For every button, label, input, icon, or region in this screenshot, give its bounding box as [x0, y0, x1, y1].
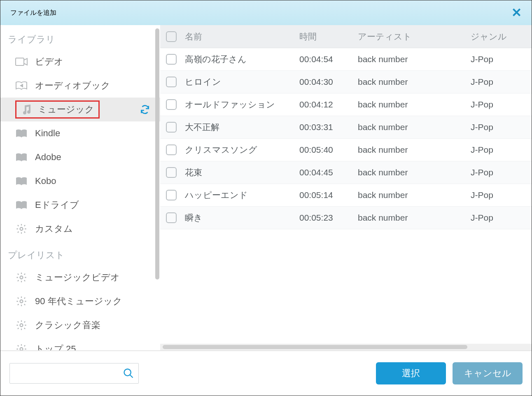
audiobook-icon: [15, 79, 28, 92]
sidebar-item-playlist[interactable]: 90 年代ミュージック: [0, 289, 160, 313]
cell-time: 00:05:23: [299, 213, 358, 223]
sidebar-item-playlist[interactable]: クラシック音楽: [0, 313, 160, 337]
sidebar-scrollbar[interactable]: [155, 28, 159, 280]
search-input[interactable]: [14, 369, 123, 378]
column-name[interactable]: 名前: [185, 31, 299, 42]
cell-name: オールドファッション: [185, 99, 299, 110]
svg-rect-0: [16, 58, 24, 65]
table-row[interactable]: ヒロイン00:04:30back numberJ-Pop: [160, 71, 532, 93]
cell-genre: J-Pop: [471, 190, 526, 200]
sidebar-item-label: 90 年代ミュージック: [35, 295, 150, 307]
book-icon: [15, 175, 28, 187]
cell-time: 00:04:45: [299, 168, 358, 177]
horizontal-scrollbar-thumb[interactable]: [163, 345, 467, 349]
sidebar-item-label: トップ 25: [35, 343, 150, 350]
cell-time: 00:03:31: [299, 122, 358, 132]
table-row[interactable]: 花束00:04:45back numberJ-Pop: [160, 161, 532, 184]
column-artist[interactable]: アーティスト: [358, 31, 471, 42]
search-box[interactable]: [9, 363, 139, 384]
row-checkbox[interactable]: [166, 190, 177, 200]
cell-name: クリスマスソング: [185, 144, 299, 156]
refresh-icon[interactable]: [140, 104, 150, 115]
select-button[interactable]: 選択: [376, 362, 446, 384]
sidebar-item-library[interactable]: カスタム: [0, 217, 160, 241]
sidebar-item-library[interactable]: ビデオ: [0, 50, 160, 74]
cell-genre: J-Pop: [471, 122, 526, 132]
sidebar-item-label: Kindle: [35, 128, 150, 139]
row-checkbox[interactable]: [166, 54, 177, 65]
window-title: ファイルを追加: [10, 9, 56, 17]
cell-genre: J-Pop: [471, 100, 526, 109]
sidebar-item-label: Eドライブ: [35, 199, 150, 211]
main-panel: 名前 時間 アーティスト ジャンル 高嶺の花子さん00:04:54back nu…: [160, 25, 532, 350]
sidebar-item-library[interactable]: Eドライブ: [0, 193, 160, 217]
table-row[interactable]: クリスマスソング00:05:40back numberJ-Pop: [160, 139, 532, 161]
cell-artist: back number: [358, 190, 471, 200]
cell-genre: J-Pop: [471, 168, 526, 177]
sidebar-item-label: Kobo: [35, 176, 150, 186]
sidebar: ライブラリ ビデオオーディオブックミュージックKindleAdobeKoboEド…: [0, 25, 160, 350]
cell-genre: J-Pop: [471, 213, 526, 223]
cell-artist: back number: [358, 100, 471, 109]
table-header: 名前 時間 アーティスト ジャンル: [160, 25, 532, 48]
cell-time: 00:04:54: [299, 54, 358, 64]
svg-point-6: [124, 369, 131, 376]
sidebar-item-library[interactable]: Kobo: [0, 169, 160, 193]
sidebar-item-library[interactable]: ミュージック: [0, 98, 160, 121]
cell-artist: back number: [358, 122, 471, 132]
cell-artist: back number: [358, 77, 471, 87]
titlebar: ファイルを追加 ✕: [0, 0, 532, 25]
cell-name: 高嶺の花子さん: [185, 54, 299, 65]
cell-artist: back number: [358, 213, 471, 223]
sidebar-item-label: ミュージックビデオ: [35, 271, 150, 284]
cell-time: 00:04:12: [299, 100, 358, 109]
sidebar-item-playlist[interactable]: トップ 25: [0, 337, 160, 350]
sidebar-item-library[interactable]: オーディオブック: [0, 74, 160, 98]
table-row[interactable]: 大不正解00:03:31back numberJ-Pop: [160, 116, 532, 139]
sidebar-item-label: ビデオ: [35, 56, 150, 68]
row-checkbox[interactable]: [166, 77, 177, 87]
cell-genre: J-Pop: [471, 145, 526, 155]
book-icon: [15, 151, 28, 163]
table-row[interactable]: ハッピーエンド00:05:14back numberJ-Pop: [160, 184, 532, 207]
sidebar-item-library[interactable]: Kindle: [0, 121, 160, 145]
cell-time: 00:05:14: [299, 190, 358, 200]
sidebar-item-playlist[interactable]: ミュージックビデオ: [0, 266, 160, 289]
cell-time: 00:05:40: [299, 145, 358, 155]
row-checkbox[interactable]: [166, 144, 177, 155]
search-icon[interactable]: [123, 368, 134, 379]
column-genre[interactable]: ジャンル: [471, 31, 526, 42]
svg-point-5: [20, 348, 23, 351]
sidebar-item-label: ミュージック: [38, 103, 94, 116]
row-checkbox[interactable]: [166, 122, 177, 133]
sidebar-item-label: Adobe: [35, 152, 150, 163]
close-icon[interactable]: ✕: [511, 7, 522, 19]
playlist-section-header: プレイリスト: [0, 241, 160, 266]
cell-genre: J-Pop: [471, 77, 526, 87]
sidebar-item-label: オーディオブック: [35, 79, 150, 92]
book-icon: [15, 127, 28, 140]
table-body: 高嶺の花子さん00:04:54back numberJ-Popヒロイン00:04…: [160, 48, 532, 344]
svg-point-2: [20, 276, 23, 279]
cell-genre: J-Pop: [471, 54, 526, 64]
horizontal-scrollbar-track[interactable]: [160, 344, 532, 350]
sidebar-item-label: クラシック音楽: [35, 319, 150, 331]
cell-name: ハッピーエンド: [185, 189, 299, 201]
library-section-header: ライブラリ: [0, 25, 160, 50]
video-icon: [15, 56, 28, 68]
table-row[interactable]: 瞬き00:05:23back numberJ-Pop: [160, 207, 532, 229]
gear-icon: [15, 319, 28, 331]
column-time[interactable]: 時間: [299, 31, 358, 42]
book-icon: [15, 199, 28, 211]
select-all-checkbox[interactable]: [166, 31, 177, 42]
cell-artist: back number: [358, 54, 471, 64]
cancel-button[interactable]: キャンセル: [453, 362, 523, 384]
table-row[interactable]: 高嶺の花子さん00:04:54back numberJ-Pop: [160, 48, 532, 71]
table-row[interactable]: オールドファッション00:04:12back numberJ-Pop: [160, 93, 532, 116]
svg-point-1: [20, 228, 23, 231]
row-checkbox[interactable]: [166, 167, 177, 178]
sidebar-item-library[interactable]: Adobe: [0, 145, 160, 169]
row-checkbox[interactable]: [166, 212, 177, 223]
footer: 選択 キャンセル: [0, 350, 532, 396]
row-checkbox[interactable]: [166, 99, 177, 110]
